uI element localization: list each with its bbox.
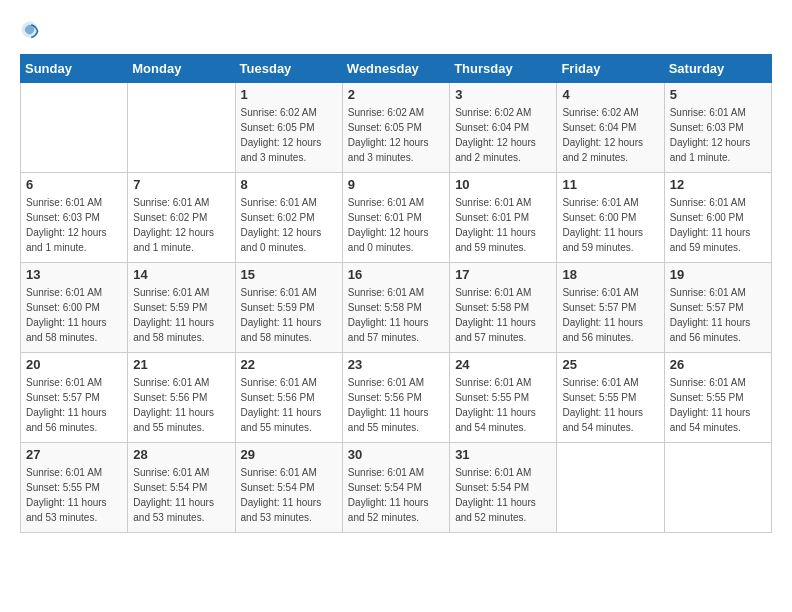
calendar-cell: 15Sunrise: 6:01 AM Sunset: 5:59 PM Dayli… [235,263,342,353]
calendar-cell: 2Sunrise: 6:02 AM Sunset: 6:05 PM Daylig… [342,83,449,173]
day-info: Sunrise: 6:01 AM Sunset: 5:54 PM Dayligh… [133,465,229,525]
calendar-cell: 12Sunrise: 6:01 AM Sunset: 6:00 PM Dayli… [664,173,771,263]
day-number: 12 [670,177,766,192]
logo [20,20,48,44]
day-info: Sunrise: 6:01 AM Sunset: 5:54 PM Dayligh… [455,465,551,525]
calendar-cell: 4Sunrise: 6:02 AM Sunset: 6:04 PM Daylig… [557,83,664,173]
calendar-cell: 20Sunrise: 6:01 AM Sunset: 5:57 PM Dayli… [21,353,128,443]
calendar-cell [128,83,235,173]
calendar-week-row: 20Sunrise: 6:01 AM Sunset: 5:57 PM Dayli… [21,353,772,443]
day-number: 1 [241,87,337,102]
day-info: Sunrise: 6:01 AM Sunset: 6:01 PM Dayligh… [455,195,551,255]
calendar-cell: 3Sunrise: 6:02 AM Sunset: 6:04 PM Daylig… [450,83,557,173]
calendar-cell: 9Sunrise: 6:01 AM Sunset: 6:01 PM Daylig… [342,173,449,263]
day-info: Sunrise: 6:01 AM Sunset: 5:55 PM Dayligh… [670,375,766,435]
day-info: Sunrise: 6:01 AM Sunset: 6:01 PM Dayligh… [348,195,444,255]
calendar-cell: 21Sunrise: 6:01 AM Sunset: 5:56 PM Dayli… [128,353,235,443]
calendar-header-row: SundayMondayTuesdayWednesdayThursdayFrid… [21,55,772,83]
day-of-week-header: Tuesday [235,55,342,83]
day-info: Sunrise: 6:02 AM Sunset: 6:05 PM Dayligh… [348,105,444,165]
day-info: Sunrise: 6:02 AM Sunset: 6:05 PM Dayligh… [241,105,337,165]
day-number: 14 [133,267,229,282]
day-info: Sunrise: 6:01 AM Sunset: 6:03 PM Dayligh… [670,105,766,165]
calendar-week-row: 1Sunrise: 6:02 AM Sunset: 6:05 PM Daylig… [21,83,772,173]
day-info: Sunrise: 6:01 AM Sunset: 5:59 PM Dayligh… [133,285,229,345]
calendar-cell: 16Sunrise: 6:01 AM Sunset: 5:58 PM Dayli… [342,263,449,353]
calendar-cell [21,83,128,173]
day-of-week-header: Saturday [664,55,771,83]
day-info: Sunrise: 6:01 AM Sunset: 5:54 PM Dayligh… [241,465,337,525]
day-of-week-header: Monday [128,55,235,83]
day-number: 31 [455,447,551,462]
day-info: Sunrise: 6:02 AM Sunset: 6:04 PM Dayligh… [455,105,551,165]
day-info: Sunrise: 6:01 AM Sunset: 6:00 PM Dayligh… [670,195,766,255]
day-of-week-header: Sunday [21,55,128,83]
calendar-cell: 19Sunrise: 6:01 AM Sunset: 5:57 PM Dayli… [664,263,771,353]
calendar-cell: 24Sunrise: 6:01 AM Sunset: 5:55 PM Dayli… [450,353,557,443]
calendar-cell: 23Sunrise: 6:01 AM Sunset: 5:56 PM Dayli… [342,353,449,443]
day-number: 29 [241,447,337,462]
day-number: 25 [562,357,658,372]
day-number: 2 [348,87,444,102]
calendar-cell: 28Sunrise: 6:01 AM Sunset: 5:54 PM Dayli… [128,443,235,533]
day-info: Sunrise: 6:01 AM Sunset: 5:55 PM Dayligh… [26,465,122,525]
day-number: 20 [26,357,122,372]
day-number: 6 [26,177,122,192]
header [20,20,772,44]
day-info: Sunrise: 6:02 AM Sunset: 6:04 PM Dayligh… [562,105,658,165]
day-info: Sunrise: 6:01 AM Sunset: 5:57 PM Dayligh… [562,285,658,345]
day-number: 21 [133,357,229,372]
day-number: 23 [348,357,444,372]
calendar-cell: 13Sunrise: 6:01 AM Sunset: 6:00 PM Dayli… [21,263,128,353]
day-info: Sunrise: 6:01 AM Sunset: 5:55 PM Dayligh… [455,375,551,435]
day-info: Sunrise: 6:01 AM Sunset: 5:56 PM Dayligh… [348,375,444,435]
day-number: 13 [26,267,122,282]
calendar-cell: 22Sunrise: 6:01 AM Sunset: 5:56 PM Dayli… [235,353,342,443]
day-info: Sunrise: 6:01 AM Sunset: 5:58 PM Dayligh… [348,285,444,345]
day-number: 10 [455,177,551,192]
calendar-cell: 7Sunrise: 6:01 AM Sunset: 6:02 PM Daylig… [128,173,235,263]
day-number: 22 [241,357,337,372]
day-info: Sunrise: 6:01 AM Sunset: 5:56 PM Dayligh… [241,375,337,435]
day-number: 27 [26,447,122,462]
day-number: 26 [670,357,766,372]
calendar-cell: 25Sunrise: 6:01 AM Sunset: 5:55 PM Dayli… [557,353,664,443]
day-number: 8 [241,177,337,192]
day-number: 30 [348,447,444,462]
calendar-cell: 31Sunrise: 6:01 AM Sunset: 5:54 PM Dayli… [450,443,557,533]
day-info: Sunrise: 6:01 AM Sunset: 5:56 PM Dayligh… [133,375,229,435]
calendar-cell: 30Sunrise: 6:01 AM Sunset: 5:54 PM Dayli… [342,443,449,533]
day-info: Sunrise: 6:01 AM Sunset: 6:02 PM Dayligh… [241,195,337,255]
calendar-cell: 18Sunrise: 6:01 AM Sunset: 5:57 PM Dayli… [557,263,664,353]
day-info: Sunrise: 6:01 AM Sunset: 5:55 PM Dayligh… [562,375,658,435]
calendar-cell [664,443,771,533]
day-info: Sunrise: 6:01 AM Sunset: 5:58 PM Dayligh… [455,285,551,345]
day-info: Sunrise: 6:01 AM Sunset: 5:57 PM Dayligh… [670,285,766,345]
day-number: 3 [455,87,551,102]
day-info: Sunrise: 6:01 AM Sunset: 6:03 PM Dayligh… [26,195,122,255]
calendar-cell: 10Sunrise: 6:01 AM Sunset: 6:01 PM Dayli… [450,173,557,263]
calendar-cell: 26Sunrise: 6:01 AM Sunset: 5:55 PM Dayli… [664,353,771,443]
calendar-week-row: 27Sunrise: 6:01 AM Sunset: 5:55 PM Dayli… [21,443,772,533]
day-info: Sunrise: 6:01 AM Sunset: 5:59 PM Dayligh… [241,285,337,345]
day-number: 24 [455,357,551,372]
logo-icon [20,20,44,44]
day-number: 4 [562,87,658,102]
calendar-week-row: 6Sunrise: 6:01 AM Sunset: 6:03 PM Daylig… [21,173,772,263]
day-number: 11 [562,177,658,192]
day-number: 18 [562,267,658,282]
day-number: 7 [133,177,229,192]
day-number: 5 [670,87,766,102]
day-of-week-header: Wednesday [342,55,449,83]
calendar-cell: 29Sunrise: 6:01 AM Sunset: 5:54 PM Dayli… [235,443,342,533]
day-number: 15 [241,267,337,282]
calendar-cell: 14Sunrise: 6:01 AM Sunset: 5:59 PM Dayli… [128,263,235,353]
day-info: Sunrise: 6:01 AM Sunset: 6:00 PM Dayligh… [562,195,658,255]
calendar-cell: 27Sunrise: 6:01 AM Sunset: 5:55 PM Dayli… [21,443,128,533]
day-info: Sunrise: 6:01 AM Sunset: 5:54 PM Dayligh… [348,465,444,525]
day-of-week-header: Friday [557,55,664,83]
day-number: 9 [348,177,444,192]
day-number: 17 [455,267,551,282]
calendar-cell: 5Sunrise: 6:01 AM Sunset: 6:03 PM Daylig… [664,83,771,173]
calendar-cell [557,443,664,533]
